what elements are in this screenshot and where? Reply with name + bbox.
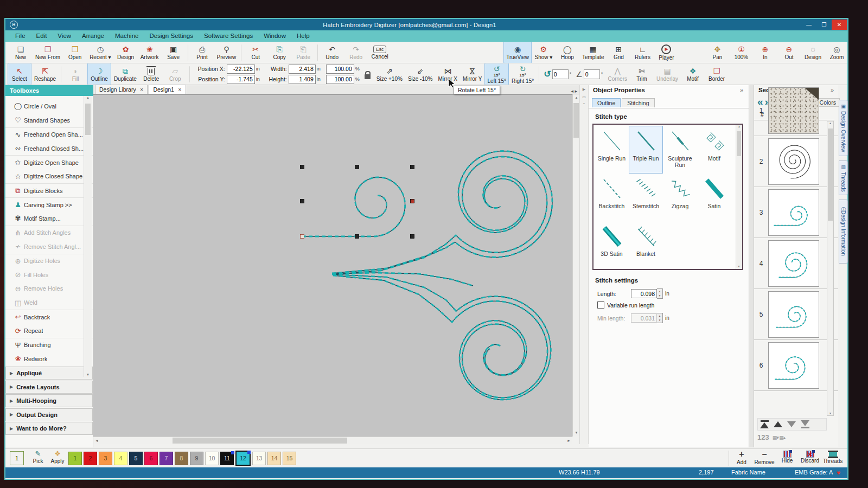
- toolbar-trueview-button[interactable]: ◉ TrueView: [503, 42, 532, 63]
- toolbar-button[interactable]: [189, 66, 190, 82]
- toolbox-digitize-closed-shape[interactable]: ☆ Digitize Closed Shape: [5, 169, 93, 183]
- toolbar-open-button[interactable]: ❒ Open: [63, 42, 87, 63]
- toolbar-size-down-button[interactable]: ⇙ Size -10%: [405, 63, 436, 85]
- vtab-design-overview[interactable]: ▣ Design Overview: [839, 100, 848, 156]
- toolbox-freehand-open-shape[interactable]: ∿ Freehand Open Sha...: [5, 127, 93, 142]
- menu-software-settings[interactable]: Software Settings: [199, 30, 258, 42]
- toolbar-zoom-box-button[interactable]: ◎ Zoom: [825, 42, 847, 63]
- scale-x-input[interactable]: [326, 65, 354, 74]
- toolbar-preview-button[interactable]: ⚲ Preview: [214, 42, 239, 63]
- stitch-type-single-run[interactable]: Single Run: [595, 126, 629, 174]
- toolbar-artwork-button[interactable]: ❀ Artwork: [138, 42, 162, 63]
- menu-edit[interactable]: Edit: [31, 30, 53, 42]
- minimize-button[interactable]: —: [801, 20, 816, 30]
- toolbar-cancel-button[interactable]: Esc Cancel: [368, 42, 392, 63]
- stitch-type-3d-satin[interactable]: 3D Satin: [595, 221, 629, 269]
- canvas-vertical-scrollbar[interactable]: ▲▼: [572, 94, 579, 436]
- toolbox-repeat[interactable]: ⟳ Repeat: [5, 324, 93, 338]
- color-swatch[interactable]: 13: [252, 452, 266, 465]
- skew-angle-input[interactable]: [584, 69, 600, 79]
- toolbox-backtrack[interactable]: ↩ Backtrack: [5, 310, 93, 324]
- toolbar-save-button[interactable]: ▣ Save: [162, 42, 186, 63]
- sequence-colors-tab[interactable]: Colors: [816, 98, 840, 107]
- menu-machine[interactable]: Machine: [110, 30, 144, 42]
- scale-y-input[interactable]: [326, 75, 354, 84]
- color-swatch[interactable]: 9: [190, 452, 203, 465]
- sequence-add-button[interactable]: + Add: [730, 450, 753, 465]
- toolbox-section-applique[interactable]: ▶ Appliqué: [5, 367, 93, 380]
- tab-design-library[interactable]: Design Library ✕: [95, 85, 148, 94]
- toolbox-circle-oval[interactable]: ◯ Circle / Oval: [5, 99, 93, 113]
- toolbox-add-stitch-angles[interactable]: ⋔ Add Stitch Angles: [5, 226, 93, 240]
- toolbar-outline-button[interactable]: ☽ Outline: [87, 63, 111, 85]
- toolbar-rotate-left-15-button[interactable]: ↺ 15° Left 15°: [484, 63, 509, 85]
- toolbar-cut-button[interactable]: ✂ Cut: [244, 42, 267, 63]
- toolbar-rulers-button[interactable]: ∟ Rulers: [630, 42, 654, 63]
- color-swatch[interactable]: 8: [175, 452, 188, 465]
- move-up-button[interactable]: [774, 421, 782, 427]
- color-swatch[interactable]: 14: [267, 452, 281, 465]
- stitch-type-sculpture-run[interactable]: Sculpture Run: [663, 126, 697, 174]
- toolbox-remove-holes[interactable]: ⊖ Remove Holes: [5, 281, 93, 296]
- toolbox-remove-stitch-angles[interactable]: ≁ Remove Stitch Angl...: [5, 240, 93, 254]
- stitch-type-zigzag[interactable]: Zigzag: [663, 174, 697, 221]
- toolbar-select-button[interactable]: ↖ Select: [8, 63, 31, 85]
- toolbar-size-up-button[interactable]: ⇗ Size +10%: [374, 63, 405, 85]
- toolbar-paste-button[interactable]: ⎗ Paste: [291, 42, 315, 63]
- toolbar-button[interactable]: [539, 66, 539, 82]
- toolbar-button[interactable]: [241, 44, 241, 61]
- toolbar-button[interactable]: [61, 66, 61, 82]
- toolbar-show-button[interactable]: ⚙ Show ▾: [532, 42, 556, 63]
- toolbar-pan-button[interactable]: ✥ Pan: [705, 42, 729, 63]
- toolbar-reshape-button[interactable]: ⇱ Reshape: [31, 63, 59, 85]
- toolbox-section-want-more[interactable]: ▶ Want to do More?: [5, 422, 93, 435]
- toolbar-mirror-y-button[interactable]: ⋈ Mirror Y: [460, 63, 484, 85]
- toolbox-weld[interactable]: ◫ Weld: [5, 296, 93, 310]
- toolbar-new-from-button[interactable]: ❐ New From: [33, 42, 63, 63]
- toolbar-print-button[interactable]: ⎙ Print: [190, 42, 214, 63]
- lock-aspect-icon[interactable]: [365, 74, 371, 79]
- tab-design1[interactable]: Design1 ✕: [149, 85, 186, 94]
- toolbox-section-output-design[interactable]: ▶ Output Design: [5, 408, 93, 421]
- width-input[interactable]: [289, 65, 316, 74]
- toolbar-new-button[interactable]: ❏ New: [9, 42, 33, 63]
- stitch-type-triple-run[interactable]: Triple Run: [629, 126, 663, 174]
- color-swatch[interactable]: 11: [220, 452, 234, 465]
- toolbar-button[interactable]: [188, 44, 188, 61]
- toolbox-digitize-open-shape[interactable]: ✩ Digitize Open Shape: [5, 155, 93, 169]
- color-swatch[interactable]: 12: [235, 451, 251, 466]
- toolbox-redwork[interactable]: ❀ Redwork: [5, 352, 93, 366]
- toolbar-motif-button[interactable]: ❖ Motif: [681, 63, 705, 85]
- rotate-angle-input[interactable]: [552, 69, 569, 79]
- menu-file[interactable]: File: [10, 30, 31, 42]
- toolbox-carving-stamp[interactable]: ♟ Carving Stamp >>: [5, 197, 93, 211]
- toolbar-design-button[interactable]: ✿ Design: [114, 42, 138, 63]
- toolbox-section-multi-hooping[interactable]: ▶ Multi-Hooping: [5, 394, 93, 407]
- menu-help[interactable]: Help: [291, 30, 315, 42]
- sequence-resequence-controls[interactable]: 123 ▦▾ ▦▴: [757, 433, 785, 441]
- sequence-prev-color-button[interactable]: «: [757, 97, 763, 107]
- color-swatch[interactable]: 6: [144, 452, 158, 465]
- position-x-input[interactable]: [227, 65, 255, 74]
- toolbox-motif-stamp[interactable]: ✾ Motif Stamp...: [5, 211, 93, 226]
- toolbox-digitize-holes[interactable]: ⊕ Digitize Holes: [5, 254, 93, 268]
- move-down-button[interactable]: [787, 421, 796, 427]
- stitch-type-backstitch[interactable]: Backstitch: [595, 174, 629, 221]
- stitch-type-satin[interactable]: Satin: [697, 174, 731, 221]
- toolbar-recent-button[interactable]: ◷ Recent ▾: [87, 42, 113, 63]
- collapse-panel-icon[interactable]: »: [831, 87, 834, 93]
- color-swatch[interactable]: 1: [68, 452, 82, 465]
- color-swatch[interactable]: 10: [205, 452, 219, 465]
- toolbox-standard-shapes[interactable]: ♡ Standard Shapes: [5, 113, 93, 127]
- toolbox-section-create-layouts[interactable]: ▶ Create Layouts: [5, 381, 93, 394]
- vtab-design-information[interactable]: ⓘ Design Information: [839, 200, 848, 264]
- toolbar-underlay-button[interactable]: ▤ Underlay: [654, 63, 681, 85]
- menu-arrange[interactable]: Arrange: [76, 30, 110, 42]
- toolbar-delete-button[interactable]: Delete: [139, 63, 163, 85]
- toolbar-crop-button[interactable]: ▱ Crop: [163, 63, 187, 85]
- threads-button[interactable]: Threads: [821, 450, 844, 464]
- color-swatch[interactable]: 4: [114, 452, 127, 465]
- toolbar-hoop-button[interactable]: ◯ Hoop: [556, 42, 579, 63]
- toolbox-fill-holes[interactable]: ⊘ Fill Holes: [5, 268, 93, 282]
- toolbar-trim-button[interactable]: ✄ Trim: [630, 63, 654, 85]
